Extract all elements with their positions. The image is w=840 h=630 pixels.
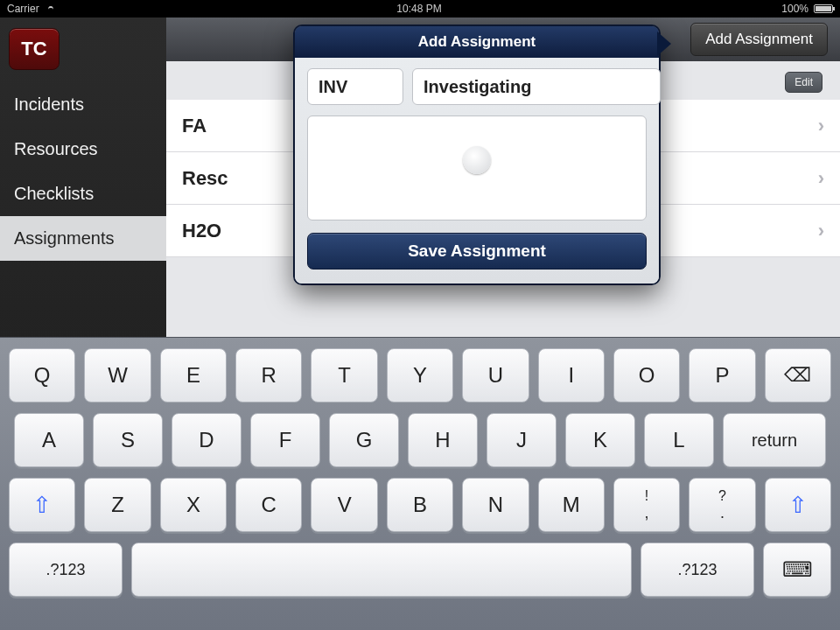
key-s[interactable]: S <box>93 413 163 467</box>
key-alt-label: ? <box>718 489 726 503</box>
assignment-notes-input[interactable] <box>307 116 647 220</box>
key-x[interactable]: X <box>160 478 227 532</box>
key-hide-keyboard[interactable]: ⌨ <box>763 542 831 597</box>
shift-icon: ⇧ <box>788 492 808 519</box>
sidebar-item-incidents[interactable]: Incidents <box>0 82 166 127</box>
key-n[interactable]: N <box>462 478 528 532</box>
battery-icon <box>814 4 833 13</box>
key-t[interactable]: T <box>311 348 377 402</box>
assignment-code: H2O <box>182 220 221 242</box>
keyboard-row-2: A S D F G H J K L return <box>9 413 831 467</box>
key-j[interactable]: J <box>486 413 556 467</box>
key-main-label: . <box>720 505 724 521</box>
text-cursor-handle-icon[interactable] <box>463 146 491 174</box>
keyboard-hide-icon: ⌨ <box>782 557 813 582</box>
chevron-right-icon: › <box>818 167 824 190</box>
battery-percent: 100% <box>781 3 808 15</box>
shift-icon: ⇧ <box>32 492 52 519</box>
sidebar-item-resources[interactable]: Resources <box>0 127 166 172</box>
chevron-right-icon: › <box>818 115 824 137</box>
key-b[interactable]: B <box>387 478 453 532</box>
key-space[interactable] <box>131 542 632 597</box>
key-y[interactable]: Y <box>387 348 453 402</box>
key-w[interactable]: W <box>84 348 150 402</box>
keyboard-row-4: .?123 .?123 ⌨ <box>9 542 831 597</box>
sidebar-item-label: Assignments <box>14 228 115 248</box>
keyboard-row-1: Q W E R T Y U I O P ⌫ <box>9 348 831 402</box>
key-v[interactable]: V <box>311 478 377 532</box>
key-comma[interactable]: !, <box>613 478 680 532</box>
sidebar-item-checklists[interactable]: Checklists <box>0 172 166 216</box>
add-assignment-button[interactable]: Add Assignment <box>690 23 828 56</box>
key-backspace[interactable]: ⌫ <box>765 348 831 402</box>
key-numeric-right[interactable]: .?123 <box>640 542 754 597</box>
assignment-name-input[interactable] <box>412 68 661 105</box>
key-r[interactable]: R <box>235 348 302 402</box>
key-z[interactable]: Z <box>84 478 150 532</box>
key-g[interactable]: G <box>329 413 399 467</box>
sidebar-item-assignments[interactable]: Assignments <box>0 216 166 261</box>
save-assignment-button[interactable]: Save Assignment <box>307 233 647 270</box>
chevron-right-icon: › <box>818 220 824 242</box>
key-d[interactable]: D <box>172 413 242 467</box>
status-bar: Carrier 10:48 PM 100% <box>0 0 840 18</box>
sidebar-item-label: Incidents <box>14 94 84 114</box>
key-numeric-left[interactable]: .?123 <box>9 542 122 597</box>
key-shift-right[interactable]: ⇧ <box>765 478 831 532</box>
key-return[interactable]: return <box>723 413 826 467</box>
key-period[interactable]: ?. <box>689 478 755 532</box>
onscreen-keyboard: Q W E R T Y U I O P ⌫ A S D F G H J K L … <box>0 337 840 630</box>
key-p[interactable]: P <box>689 348 755 402</box>
key-alt-label: ! <box>645 489 648 503</box>
key-q[interactable]: Q <box>9 348 75 402</box>
sidebar-item-label: Checklists <box>14 184 94 203</box>
key-i[interactable]: I <box>538 348 605 402</box>
key-a[interactable]: A <box>14 413 84 467</box>
key-shift-left[interactable]: ⇧ <box>9 478 75 532</box>
key-l[interactable]: L <box>644 413 714 467</box>
carrier-label: Carrier <box>7 3 39 15</box>
key-o[interactable]: O <box>613 348 680 402</box>
key-u[interactable]: U <box>462 348 528 402</box>
assignment-code-input[interactable] <box>307 68 403 105</box>
popover-title: Add Assignment <box>295 26 659 58</box>
key-h[interactable]: H <box>408 413 478 467</box>
key-m[interactable]: M <box>538 478 605 532</box>
wifi-icon <box>45 4 57 13</box>
key-main-label: , <box>645 505 649 521</box>
key-e[interactable]: E <box>160 348 227 402</box>
key-c[interactable]: C <box>235 478 302 532</box>
add-assignment-popover: Add Assignment Save Assignment <box>293 24 661 285</box>
app-logo: TC <box>9 28 60 70</box>
keyboard-row-3: ⇧ Z X C V B N M !, ?. ⇧ <box>9 478 831 532</box>
edit-button[interactable]: Edit <box>785 72 822 93</box>
key-k[interactable]: K <box>565 413 635 467</box>
sidebar-item-label: Resources <box>14 139 98 158</box>
assignment-code: FA <box>182 115 206 137</box>
key-f[interactable]: F <box>250 413 320 467</box>
assignment-code: Resc <box>182 167 228 190</box>
clock: 10:48 PM <box>396 3 441 15</box>
